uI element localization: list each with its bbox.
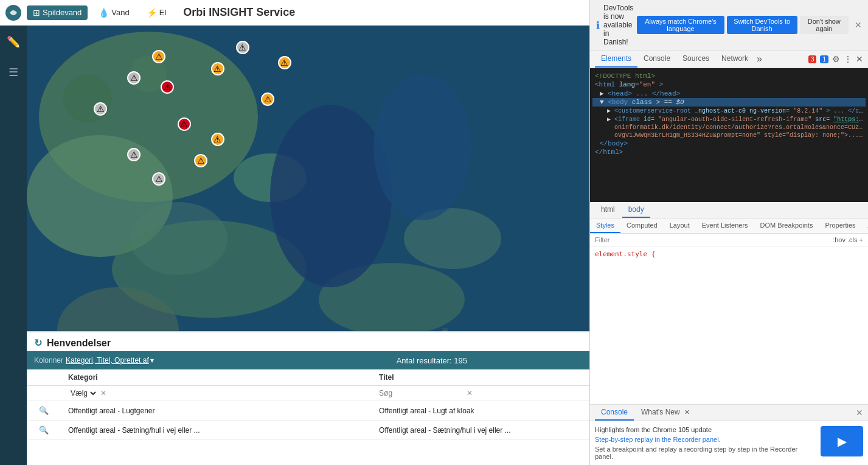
console-tab[interactable]: Console: [595, 405, 634, 421]
console-area: ▶ Highlights from the Chrome 105 update …: [590, 421, 868, 465]
close-devtools-icon[interactable]: ✕: [856, 54, 863, 64]
row-kategori: Offentligt areal - Sætning/hul i vej ell…: [61, 421, 372, 440]
devtools-main-tabs: Elements Console Sources Network » 3 1 ⚙…: [590, 51, 868, 68]
styles-filter-input[interactable]: [595, 236, 830, 243]
svg-point-10: [270, 105, 392, 287]
tab-console[interactable]: Console: [637, 51, 676, 68]
styles-tab-computed[interactable]: Computed: [620, 219, 664, 233]
styles-filter-options[interactable]: :hov .cls +: [833, 236, 863, 243]
th-kategori: Kategori: [61, 369, 372, 386]
columns-value[interactable]: Kategori, Titel, Oprettet af: [66, 356, 149, 365]
drag-handle[interactable]: ═: [433, 327, 457, 331]
left-sidebar: ✏️ ☰: [0, 26, 27, 465]
styles-tab-dom-breakpoints[interactable]: DOM Breakpoints: [754, 219, 819, 233]
html-line-text: oVgV1JwWqH3ErLH1gm_HS334HZu&prompt=none"…: [592, 131, 866, 139]
row-kategori: Offentligt areal - Lugtgener: [61, 401, 372, 421]
console-drawer: Console What's New ✕ ✕ ▶ Highlights from…: [590, 404, 868, 465]
styles-tab-styles[interactable]: Styles: [590, 219, 620, 233]
error-badge: 3: [808, 55, 817, 63]
lightning-icon: ⚡: [147, 8, 157, 18]
html-line[interactable]: ▶ <iframe id= "angular-oauth-oidc-silent…: [592, 115, 866, 124]
pencil-icon[interactable]: ✏️: [3, 32, 24, 52]
html-line: </body>: [592, 139, 866, 148]
notification-close-icon[interactable]: ✕: [855, 26, 862, 30]
svg-point-11: [373, 74, 471, 220]
columns-label: Kolonner: [34, 356, 63, 365]
styles-filter-row: :hov .cls +: [590, 234, 868, 246]
notification-text: DevTools is now available in Danish!: [603, 26, 633, 46]
devtools-panel: ℹ DevTools is now available in Danish! A…: [589, 26, 868, 465]
html-breadcrumb-body[interactable]: body: [622, 202, 650, 218]
close-whats-new-icon[interactable]: ✕: [684, 408, 690, 416]
refresh-icon[interactable]: ↻: [34, 337, 42, 349]
html-line-text: oninformatik.dk/identity/connect/authori…: [592, 124, 866, 131]
info-icon: ℹ: [596, 26, 600, 31]
more-options-icon[interactable]: ⋮: [844, 54, 852, 64]
nav-tab-el[interactable]: ⚡ El: [141, 5, 173, 20]
html-line[interactable]: ▶ <customerservice-root _nghost-act-c0 n…: [592, 107, 866, 115]
svg-point-13: [130, 56, 167, 93]
th-icon: [27, 369, 61, 386]
console-tab-bar: Console What's New ✕ ✕: [590, 405, 868, 421]
dont-show-again-button[interactable]: Don't show again: [800, 26, 849, 34]
html-line[interactable]: ▶ <head> ... </head>: [592, 89, 866, 98]
nav-tab-vand[interactable]: 💧 Vand: [92, 5, 135, 20]
html-source-area: <!DOCTYPE html> <html lang="en" > ▶ <hea…: [590, 68, 868, 202]
devtools-notification: ℹ DevTools is now available in Danish! A…: [590, 26, 868, 51]
styles-tabs: Styles Computed Layout Event Listeners D…: [590, 219, 868, 234]
app-logo[interactable]: [5, 4, 22, 21]
main-area: ✏️ ☰: [0, 26, 868, 465]
styles-tab-accessibility[interactable]: Accessibility: [862, 219, 868, 233]
row-search-icon[interactable]: 🔍: [34, 425, 54, 435]
more-tabs-icon[interactable]: »: [757, 54, 762, 65]
html-breadcrumb-html[interactable]: html: [595, 202, 621, 218]
styles-tab-layout[interactable]: Layout: [664, 219, 696, 233]
switch-to-danish-button[interactable]: Switch DevTools to Danish: [727, 26, 797, 34]
html-line: <!DOCTYPE html>: [592, 72, 866, 80]
grid-icon: ⊞: [33, 8, 40, 18]
nav-tab-spildevand[interactable]: ⊞ Spildevand: [27, 5, 88, 20]
styles-tab-properties[interactable]: Properties: [819, 219, 861, 233]
devtools-styles-panel: Styles Computed Layout Event Listeners D…: [590, 219, 868, 465]
always-match-lang-button[interactable]: Always match Chrome's language: [637, 26, 724, 34]
warning-badge: 1: [820, 55, 828, 63]
panel-title: Henvendelser: [47, 338, 111, 349]
html-breadcrumb-tabs: html body: [590, 202, 868, 219]
water-icon: 💧: [99, 8, 109, 18]
row-search-icon[interactable]: 🔍: [34, 406, 54, 415]
tab-elements[interactable]: Elements: [595, 51, 637, 68]
html-line-selected[interactable]: ▼ <body class > == $0: [592, 98, 866, 107]
svg-point-9: [130, 202, 227, 275]
titel-filter-clear[interactable]: ✕: [467, 389, 473, 397]
console-video-thumbnail: ▶: [821, 426, 863, 456]
styles-content: element.style {: [590, 246, 868, 404]
tab-sources[interactable]: Sources: [676, 51, 715, 68]
style-rule: element.style {: [595, 250, 655, 258]
kategori-filter-select[interactable]: Vælg: [68, 388, 98, 398]
html-line: </html>: [592, 148, 866, 156]
whats-new-tab[interactable]: What's New ✕: [635, 405, 696, 421]
html-line: <html lang="en" >: [592, 80, 866, 89]
close-console-icon[interactable]: ✕: [856, 408, 863, 418]
svg-point-12: [63, 74, 112, 123]
tab-network[interactable]: Network: [715, 51, 754, 68]
styles-tab-event-listeners[interactable]: Event Listeners: [696, 219, 754, 233]
kategori-filter-clear[interactable]: ✕: [100, 389, 106, 397]
menu-icon[interactable]: ☰: [5, 62, 22, 83]
settings-icon[interactable]: ⚙: [832, 54, 840, 64]
titel-filter-input[interactable]: [379, 389, 464, 397]
